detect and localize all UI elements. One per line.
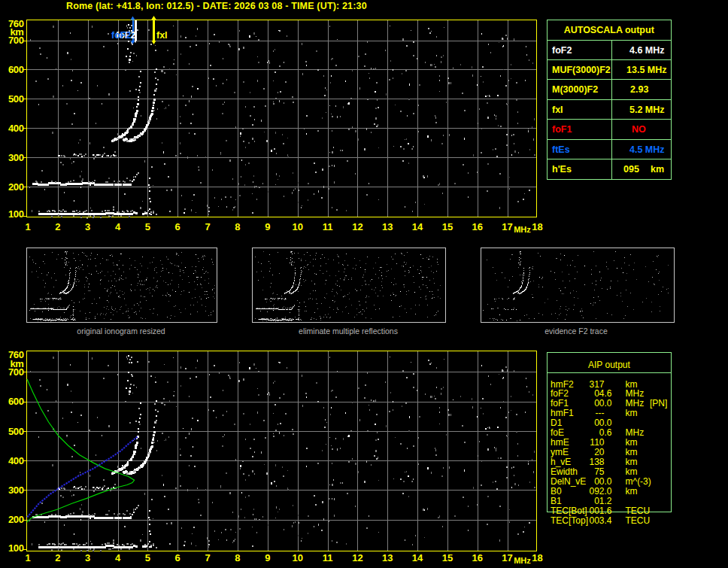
svg-text:400: 400 [8, 123, 24, 134]
svg-text:MHz: MHz [514, 225, 531, 234]
svg-text:1: 1 [25, 221, 30, 232]
svg-text:15: 15 [442, 552, 453, 563]
svg-text:12: 12 [352, 221, 362, 232]
svg-text:500: 500 [8, 426, 24, 437]
svg-text:15: 15 [442, 221, 453, 232]
svg-text:12: 12 [352, 552, 362, 563]
svg-text:300: 300 [8, 152, 24, 163]
svg-text:11: 11 [323, 552, 333, 563]
svg-text:3: 3 [85, 221, 90, 232]
svg-text:16: 16 [472, 552, 483, 563]
svg-text:7: 7 [205, 552, 210, 563]
svg-text:5: 5 [145, 552, 150, 563]
svg-text:700: 700 [8, 35, 24, 46]
svg-text:600: 600 [8, 64, 24, 75]
svg-text:4: 4 [115, 552, 121, 563]
svg-text:10: 10 [292, 221, 302, 232]
svg-text:200: 200 [8, 181, 24, 193]
svg-text:9: 9 [265, 552, 270, 563]
svg-text:9: 9 [265, 221, 270, 232]
svg-text:14: 14 [412, 552, 423, 563]
svg-text:100: 100 [8, 542, 24, 554]
svg-text:7: 7 [205, 221, 210, 232]
svg-text:700: 700 [8, 366, 24, 378]
svg-text:100: 100 [8, 208, 24, 220]
svg-text:13: 13 [382, 552, 393, 563]
svg-text:11: 11 [323, 221, 333, 232]
svg-text:5: 5 [145, 221, 150, 232]
svg-text:4: 4 [115, 221, 121, 232]
svg-text:18: 18 [532, 552, 542, 563]
svg-text:17: 17 [502, 552, 512, 563]
svg-text:MHz: MHz [514, 556, 531, 565]
svg-text:6: 6 [175, 221, 180, 232]
svg-text:17: 17 [502, 221, 512, 232]
svg-text:1: 1 [25, 552, 30, 563]
svg-text:14: 14 [412, 221, 423, 232]
svg-text:600: 600 [8, 396, 24, 407]
svg-text:foF2: foF2 [111, 30, 131, 41]
svg-text:fxI: fxI [156, 30, 168, 41]
svg-text:3: 3 [85, 552, 90, 563]
svg-text:10: 10 [292, 552, 302, 563]
svg-text:2: 2 [55, 221, 60, 232]
svg-text:13: 13 [382, 221, 393, 232]
svg-text:6: 6 [175, 552, 180, 563]
svg-text:16: 16 [472, 221, 483, 232]
svg-text:400: 400 [8, 455, 24, 466]
svg-text:8: 8 [235, 221, 240, 232]
svg-text:2: 2 [55, 552, 60, 563]
svg-text:500: 500 [8, 93, 24, 105]
svg-text:300: 300 [8, 484, 24, 496]
svg-text:18: 18 [532, 221, 542, 232]
svg-text:8: 8 [235, 552, 240, 563]
svg-text:200: 200 [8, 514, 24, 525]
